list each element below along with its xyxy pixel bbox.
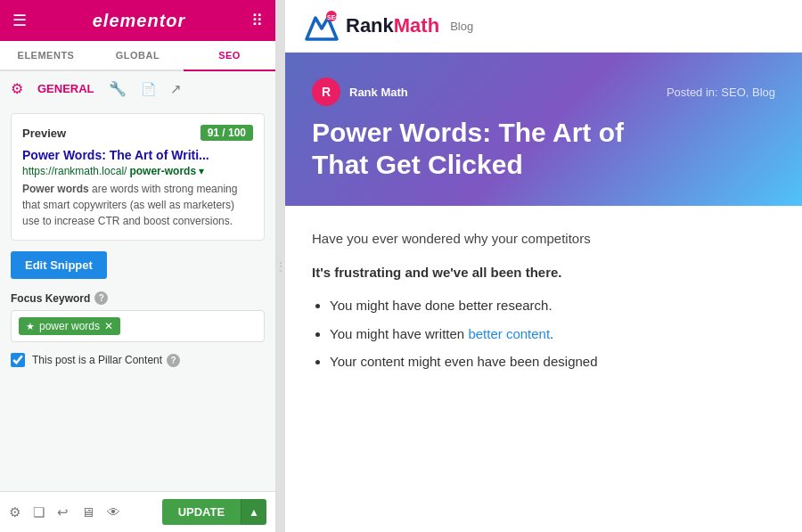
article-intro: Have you ever wondered why your competit… [312, 227, 775, 250]
preview-description: Power words are words with strong meanin… [22, 181, 253, 229]
update-button[interactable]: UPDATE [162, 499, 241, 525]
article-body: Have you ever wondered why your competit… [285, 206, 802, 400]
settings-icon[interactable]: ⚙ [9, 504, 20, 520]
url-arrow-icon: ▾ [199, 165, 204, 177]
logo-math: Math [394, 14, 439, 37]
right-panel: SEO RankMath Blog R Rank Math Posted in:… [285, 0, 802, 532]
logo-rank: Rank [346, 14, 394, 37]
hero-avatar: R [312, 78, 340, 106]
panel-content: Preview 91 / 100 Power Words: The Art of… [0, 102, 275, 491]
update-button-group: UPDATE ▲ [162, 499, 266, 525]
desktop-icon[interactable]: 🖥 [81, 504, 94, 520]
score-badge: 91 / 100 [200, 125, 253, 141]
general-label: GENERAL [37, 82, 94, 95]
eye-icon[interactable]: 👁 [107, 504, 120, 520]
bottom-toolbar: ⚙ ❏ ↩ 🖥 👁 UPDATE ▲ [0, 491, 275, 532]
grid-icon[interactable]: ⠿ [251, 11, 263, 30]
blog-logo: SEO RankMath [303, 9, 439, 43]
list-item: You might have written better content. [330, 323, 775, 346]
hero-banner: R Rank Math Posted in: SEO, Blog Power W… [285, 53, 802, 206]
pillar-content-help-icon[interactable]: ? [167, 354, 180, 367]
tabs-row: ELEMENTS GLOBAL SEO [0, 41, 275, 71]
gear-icon[interactable]: ⚙ [11, 80, 23, 97]
section-tabs: ⚙ GENERAL 🔧 📄 ↗ [0, 71, 275, 102]
preview-url: https://rankmath.local/power-words ▾ [22, 165, 253, 177]
list-item: Your content might even have been design… [330, 350, 775, 373]
page-icon[interactable]: 📄 [141, 82, 156, 96]
bottom-icons: ⚙ ❏ ↩ 🖥 👁 [9, 504, 120, 520]
preview-title: Power Words: The Art of Writi... [22, 148, 253, 162]
focus-keyword-label: Focus Keyword ? [11, 291, 265, 305]
better-content-link[interactable]: better content [468, 326, 550, 341]
drag-handle[interactable]: ⋮ [276, 0, 285, 532]
url-slug: power-words [129, 165, 196, 177]
focus-keyword-help-icon[interactable]: ? [94, 291, 108, 305]
left-panel: ☰ elementor ⠿ ELEMENTS GLOBAL SEO ⚙ GENE… [0, 0, 276, 532]
preview-header: Preview 91 / 100 [22, 125, 253, 141]
history-icon[interactable]: ↩ [57, 504, 69, 520]
pillar-content-label: This post is a Pillar Content ? [32, 354, 180, 367]
blog-header: SEO RankMath Blog [285, 0, 802, 53]
blog-label: Blog [450, 20, 473, 33]
hero-meta: R Rank Math Posted in: SEO, Blog [312, 78, 775, 106]
keyword-tag: ★ power words ✕ [19, 317, 120, 335]
star-icon: ★ [26, 321, 35, 332]
update-arrow-button[interactable]: ▲ [241, 499, 266, 525]
edit-snippet-button[interactable]: Edit Snippet [11, 251, 107, 279]
preview-card: Preview 91 / 100 Power Words: The Art of… [11, 113, 265, 241]
layers-icon[interactable]: ❏ [33, 504, 45, 520]
wrench-icon[interactable]: 🔧 [109, 80, 127, 97]
pillar-content-checkbox[interactable] [11, 353, 25, 367]
keyword-tag-close-icon[interactable]: ✕ [104, 320, 113, 332]
article-list: You might have done better research. You… [312, 294, 775, 373]
rankmath-logo-icon: SEO [303, 9, 340, 43]
preview-label: Preview [22, 127, 66, 140]
tab-elements[interactable]: ELEMENTS [0, 41, 92, 71]
keyword-tag-text: power words [39, 320, 100, 332]
blog-content: R Rank Math Posted in: SEO, Blog Power W… [285, 53, 802, 532]
pillar-row: This post is a Pillar Content ? [11, 353, 265, 367]
hamburger-icon[interactable]: ☰ [12, 11, 27, 30]
tab-seo[interactable]: SEO [184, 41, 275, 71]
svg-text:SEO: SEO [327, 14, 340, 20]
share-icon[interactable]: ↗ [170, 81, 182, 97]
hero-posted: Posted in: SEO, Blog [667, 86, 775, 99]
url-base: https://rankmath.local/ [22, 165, 127, 177]
keyword-input-box[interactable]: ★ power words ✕ [11, 310, 265, 342]
hero-title: Power Words: The Art of That Get Clicked [312, 117, 775, 181]
elementor-logo: elementor [93, 11, 186, 31]
tab-global[interactable]: GLOBAL [92, 41, 184, 71]
list-item: You might have done better research. [330, 294, 775, 317]
hero-author: Rank Math [349, 86, 408, 99]
top-bar: ☰ elementor ⠿ [0, 0, 275, 41]
article-emphasis: It's frustrating and we've all been ther… [312, 261, 775, 284]
